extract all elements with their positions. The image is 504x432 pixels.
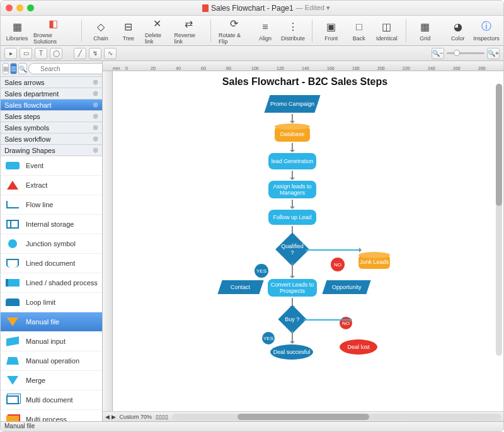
list-view-button[interactable]: ☰ [10, 63, 17, 74]
window-title: Sales Flowchart - Page1 — Edited ▾ [34, 4, 498, 13]
category-sales-arrows[interactable]: Sales arrows⊗ [1, 77, 102, 88]
text-tool[interactable]: T [35, 48, 47, 59]
shape-manual-file[interactable]: Manual file [1, 312, 102, 332]
delete-link-button[interactable]: ✕Delete link [145, 17, 169, 45]
arrow [292, 114, 293, 123]
zoom-slider[interactable] [447, 52, 484, 54]
category-sales-workflow[interactable]: Sales workflow⊗ [1, 134, 102, 145]
shape-multi-process[interactable]: Multi process [1, 410, 102, 421]
flowline-icon [4, 198, 21, 211]
category-sales-flowchart[interactable]: Sales flowchart⊗ [1, 99, 102, 111]
node-leadgen[interactable]: lead Genetration [268, 153, 316, 169]
shape-manual-operation[interactable]: Manual operation [1, 351, 102, 371]
maximize-window-button[interactable] [27, 4, 34, 11]
close-icon[interactable]: ⊗ [93, 135, 98, 143]
arrow [304, 319, 352, 321]
color-button[interactable]: ◕Color [447, 20, 469, 42]
arrow [292, 200, 293, 208]
shaded-icon [4, 276, 21, 289]
distribute-button[interactable]: ⋮Distribute [282, 20, 304, 42]
close-icon[interactable]: ⊗ [93, 101, 98, 109]
node-contact[interactable]: Contact [217, 280, 263, 294]
back-button[interactable]: □Back [348, 20, 370, 42]
shape-merge[interactable]: Merge [1, 371, 102, 390]
rect-tool[interactable]: ▭ [20, 48, 32, 59]
category-sales-symbols[interactable]: Sales symbols⊗ [1, 122, 102, 134]
chart-title: Sales Flowchart - B2C Sales Steps [119, 74, 491, 90]
shape-lined-document[interactable]: Lined document [1, 254, 102, 273]
node-follow[interactable]: Follow up Lead [268, 210, 316, 225]
view-mode-buttons[interactable]: ▯▯▯▯ [156, 414, 168, 420]
tree-button[interactable]: ⊟Tree [117, 20, 140, 42]
node-database[interactable]: Database [275, 127, 310, 142]
page-nav[interactable]: ◀ ▶ [105, 414, 116, 420]
grid-view-button[interactable]: ⊞ [3, 63, 9, 74]
chain-button[interactable]: ◇Chain [89, 20, 112, 42]
pointer-tool[interactable]: ▸ [4, 48, 17, 59]
rect-blue-icon [4, 159, 21, 172]
node-deallost[interactable]: Deal lost [340, 339, 377, 355]
zoom-in-button[interactable]: 🔍+ [487, 48, 500, 59]
close-window-button[interactable] [6, 4, 13, 11]
curve-tool[interactable]: ∿ [104, 48, 117, 59]
shape-flow-line[interactable]: Flow line [1, 195, 102, 215]
node-no1[interactable]: NO [331, 258, 345, 271]
minimize-window-button[interactable] [16, 4, 23, 11]
trap-icon [4, 355, 21, 367]
browse-solutions-button[interactable]: ◧Browse Solutions [33, 17, 74, 45]
canvas[interactable]: Sales Flowchart - B2C Sales Steps Promo … [113, 71, 503, 411]
node-yes1[interactable]: YES [255, 264, 268, 278]
loop-icon [4, 296, 21, 309]
vertical-scrollbar[interactable] [496, 84, 502, 356]
category-sales-department[interactable]: Sales department⊗ [1, 88, 102, 99]
zoom-label[interactable]: Custom 70% [120, 414, 152, 420]
node-buy[interactable]: Buy ? [278, 305, 306, 333]
horizontal-scrollbar[interactable] [172, 414, 501, 420]
shape-loop-limit[interactable]: Loop limit [1, 293, 102, 312]
align-button[interactable]: ≡Align [254, 20, 277, 42]
node-convert[interactable]: Convert Leads to Prospects [268, 279, 317, 297]
search-icon[interactable]: 🔍 [18, 63, 27, 74]
close-icon[interactable]: ⊗ [93, 78, 98, 86]
close-icon[interactable]: ⊗ [93, 123, 98, 132]
sidebar: ⊞ ☰ 🔍 Sales arrows⊗Sales department⊗Sale… [1, 61, 103, 421]
front-button[interactable]: ▣Front [320, 20, 343, 42]
shape-tool[interactable]: ◯ [50, 48, 62, 59]
close-icon[interactable]: ⊗ [93, 146, 98, 154]
shape-multi-document[interactable]: Multi document [1, 390, 102, 410]
reverse-link-button[interactable]: ⇄Reverse link [175, 17, 203, 45]
connector-tool[interactable]: ↯ [89, 48, 101, 59]
tri-orange-icon [4, 315, 21, 328]
search-input[interactable] [28, 63, 103, 74]
shape-lined-shaded-process[interactable]: Lined / shaded process [1, 273, 102, 293]
node-dealsucc[interactable]: Deal succesful [270, 344, 313, 360]
category-drawing-shapes[interactable]: Drawing Shapes⊗ [1, 145, 102, 156]
shape-manual-input[interactable]: Manual input [1, 332, 102, 351]
close-icon[interactable]: ⊗ [93, 112, 98, 120]
libraries-button[interactable]: ▦Libraries [6, 20, 28, 42]
multi-doc-icon [4, 394, 21, 406]
node-junk[interactable]: Junk Leads [358, 255, 390, 269]
category-sales-steps[interactable]: Sales steps⊗ [1, 111, 102, 122]
circle-blue-icon [4, 237, 21, 250]
shape-extract[interactable]: Extract [1, 176, 102, 195]
inspectors-button[interactable]: ⓘInspectors [474, 20, 498, 42]
vertical-ruler [103, 71, 113, 411]
shape-event[interactable]: Event [1, 156, 102, 176]
identical-button[interactable]: ◫Identical [375, 20, 398, 42]
node-opportunity[interactable]: Opportunity [322, 280, 370, 294]
shape-junction-symbol[interactable]: Junction symbol [1, 234, 102, 254]
minput-icon [4, 335, 21, 348]
node-qualified[interactable]: Qualified ? [275, 232, 309, 266]
zoom-out-button[interactable]: 🔍− [432, 48, 444, 59]
line-tool[interactable]: ╱ [74, 48, 86, 59]
rotate-flip-button[interactable]: ⟳Rotate & Flip [219, 17, 249, 45]
arrow [292, 331, 293, 343]
node-assign[interactable]: Assign leads to Managers [268, 181, 316, 198]
shape-internal-storage[interactable]: Internal storage [1, 215, 102, 234]
grid-button[interactable]: ▦Grid [414, 20, 437, 42]
node-promo[interactable]: Promo Campaign [264, 95, 320, 113]
close-icon[interactable]: ⊗ [93, 89, 98, 98]
horizontal-ruler: mm02040608010012014016018020022024026028… [103, 61, 503, 71]
node-yes2[interactable]: YES [262, 332, 275, 344]
